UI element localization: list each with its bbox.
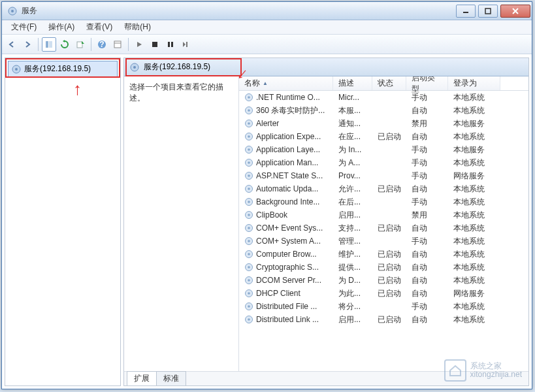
cell-name: .NET Runtime O... <box>239 93 333 102</box>
service-row[interactable]: Application Laye...为 In...手动本地服务 <box>239 143 528 156</box>
svg-point-50 <box>248 279 250 282</box>
cell-start: 手动 <box>406 197 448 208</box>
list-body[interactable]: .NET Runtime O...Micr...手动本地系统360 杀毒实时防护… <box>239 91 528 371</box>
help-button[interactable]: ? <box>95 37 109 52</box>
cell-logon: 本地服务 <box>448 144 500 155</box>
service-row[interactable]: Application Expe...在应...已启动自动本地系统 <box>239 130 528 143</box>
cell-start: 自动 <box>406 184 448 195</box>
cell-start: 手动 <box>406 144 448 155</box>
cell-logon: 本地系统 <box>448 105 500 116</box>
col-header-status[interactable]: 状态 <box>372 76 406 90</box>
window-title: 服务 <box>22 5 456 16</box>
cell-start: 禁用 <box>406 118 448 129</box>
gear-icon <box>244 119 253 128</box>
toolbar-separator <box>38 38 39 51</box>
cell-name: COM+ System A... <box>239 237 333 246</box>
tree-pane[interactable]: 服务(192.168.19.5) ↑ <box>5 57 121 386</box>
pause-service-button[interactable] <box>163 37 178 52</box>
tab-extended[interactable]: 扩展 <box>127 371 157 385</box>
service-row[interactable]: Distributed File ...将分...手动本地系统 <box>239 300 528 313</box>
close-button[interactable] <box>500 5 530 18</box>
cell-desc: 为 D... <box>333 275 372 286</box>
service-row[interactable]: .NET Runtime O...Micr...手动本地系统 <box>239 91 528 104</box>
cell-name: COM+ Event Sys... <box>239 223 333 233</box>
stop-service-button[interactable] <box>148 37 162 52</box>
minimize-button[interactable] <box>456 5 476 18</box>
service-row[interactable]: DHCP Client为此...已启动自动网络服务 <box>239 287 528 300</box>
service-row[interactable]: Application Man...为 A...手动本地系统 <box>239 156 528 169</box>
cell-logon: 本地系统 <box>448 92 500 103</box>
maximize-button[interactable] <box>478 5 498 18</box>
export-list-button[interactable] <box>73 37 88 52</box>
cell-desc: 提供... <box>333 262 372 273</box>
tree-root-services[interactable]: 服务(192.168.19.5) <box>8 61 118 77</box>
back-button[interactable] <box>5 37 19 52</box>
titlebar[interactable]: 服务 <box>2 2 532 20</box>
svg-point-38 <box>248 201 250 203</box>
service-row[interactable]: ClipBook启用...禁用本地系统 <box>239 208 528 221</box>
service-row[interactable]: Automatic Upda...允许...已启动自动本地系统 <box>239 182 528 195</box>
menu-action[interactable]: 操作(A) <box>43 20 80 34</box>
cell-name: DCOM Server Pr... <box>239 276 333 285</box>
service-row[interactable]: COM+ System A...管理...手动本地系统 <box>239 235 528 248</box>
cell-start: 自动 <box>406 275 448 286</box>
description-panel: 选择一个项目来查看它的描述。 <box>124 76 239 371</box>
cell-start: 自动 <box>406 288 448 299</box>
toolbar: ? <box>2 35 532 54</box>
col-header-desc[interactable]: 描述 <box>333 76 372 90</box>
service-row[interactable]: 360 杀毒实时防护...本服...自动本地系统 <box>239 104 528 117</box>
gear-icon <box>244 132 253 141</box>
pane-header-title: 服务(192.168.19.5) <box>144 61 210 73</box>
tab-standard[interactable]: 标准 <box>156 371 186 385</box>
pane-header: 服务(192.168.19.5) <box>124 58 528 76</box>
service-row[interactable]: COM+ Event Sys...支持...已启动自动本地系统 <box>239 221 528 235</box>
properties-button[interactable] <box>110 37 125 52</box>
description-hint: 选择一个项目来查看它的描述。 <box>129 82 233 104</box>
cell-name: Automatic Upda... <box>239 184 333 193</box>
cell-name: Distributed Link ... <box>239 315 333 324</box>
service-row[interactable]: ASP.NET State S...Prov...手动网络服务 <box>239 169 528 182</box>
menu-view[interactable]: 查看(V) <box>81 20 118 34</box>
menu-help[interactable]: 帮助(H) <box>119 20 156 34</box>
cell-logon: 本地系统 <box>448 249 500 260</box>
service-row[interactable]: Background Inte...在后...手动本地系统 <box>239 195 528 208</box>
cell-desc: 在应... <box>333 131 372 142</box>
restart-service-button[interactable] <box>179 37 193 52</box>
service-row[interactable]: Computer Brow...维护...已启动自动本地系统 <box>239 248 528 261</box>
tab-strip: 扩展 标准 <box>124 371 528 385</box>
cell-desc: Micr... <box>333 93 372 102</box>
service-row[interactable]: Distributed Link ...启用...已启动自动本地系统 <box>239 313 528 326</box>
service-row[interactable]: Alerter通知...禁用本地服务 <box>239 117 528 130</box>
service-row[interactable]: Cryptographic S...提供...已启动自动本地系统 <box>239 261 528 274</box>
col-header-name[interactable]: 名称▲ <box>239 76 333 90</box>
menu-file[interactable]: 文件(F) <box>6 20 42 34</box>
cell-status: 已启动 <box>372 223 406 234</box>
cell-name: DHCP Client <box>239 289 333 298</box>
cell-logon: 本地系统 <box>448 157 500 169</box>
cell-name: 360 杀毒实时防护... <box>239 105 333 116</box>
refresh-icon[interactable] <box>57 37 72 52</box>
forward-button[interactable] <box>20 37 35 52</box>
content-split: 选择一个项目来查看它的描述。 名称▲ 描述 状态 启动类型 登录为 .NET R… <box>124 76 528 371</box>
cell-status: 已启动 <box>372 314 406 325</box>
cell-status: 已启动 <box>372 184 406 195</box>
cell-logon: 本地系统 <box>448 197 500 208</box>
col-header-start[interactable]: 启动类型 <box>406 76 448 90</box>
cell-start: 手动 <box>406 171 448 182</box>
gear-icon <box>244 223 253 233</box>
service-row[interactable]: DCOM Server Pr...为 D...已启动自动本地系统 <box>239 274 528 287</box>
gear-icon <box>244 263 253 272</box>
gear-icon <box>244 315 253 324</box>
start-service-button[interactable] <box>132 37 146 52</box>
svg-point-28 <box>248 135 250 138</box>
cell-desc: 维护... <box>333 249 372 260</box>
window-controls <box>456 5 532 18</box>
show-hide-tree-button[interactable] <box>42 37 56 52</box>
gear-icon <box>11 64 22 74</box>
cell-name: Computer Brow... <box>239 250 333 259</box>
cell-status: 已启动 <box>372 131 406 142</box>
gear-icon <box>244 250 253 259</box>
cell-name: Application Man... <box>239 158 333 167</box>
svg-point-52 <box>248 292 250 295</box>
col-header-logon[interactable]: 登录为 <box>448 76 500 90</box>
